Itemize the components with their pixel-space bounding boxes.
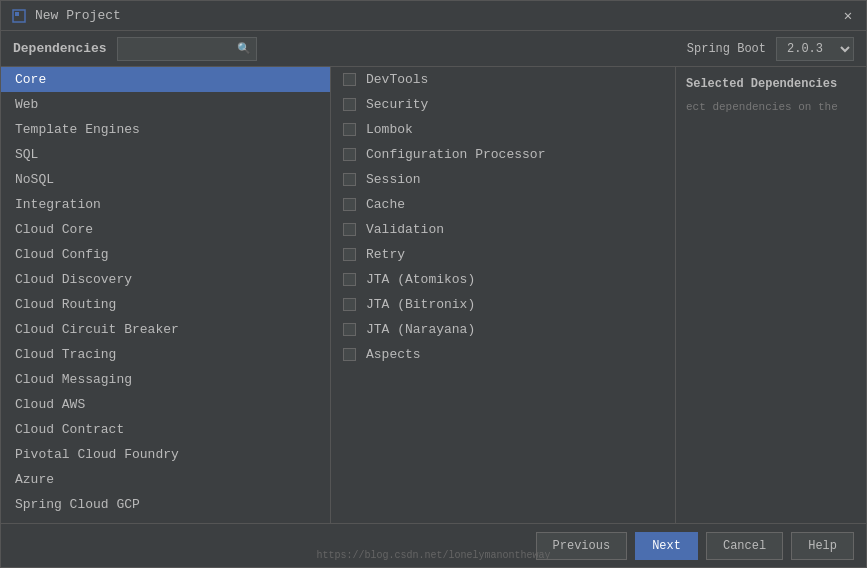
- svg-rect-1: [15, 12, 19, 16]
- dep-jta-narayana-label: JTA (Narayana): [366, 322, 475, 337]
- dep-security-checkbox[interactable]: [343, 98, 356, 111]
- search-icon: 🔍: [237, 42, 251, 55]
- dep-session-checkbox[interactable]: [343, 173, 356, 186]
- toolbar: Dependencies 🔍 Spring Boot 2.0.3 2.0.2 2…: [1, 31, 866, 67]
- dep-security-label: Security: [366, 97, 428, 112]
- spring-boot-label: Spring Boot: [687, 42, 766, 56]
- dep-jta-bitronix[interactable]: JTA (Bitronix): [331, 292, 675, 317]
- window-title: New Project: [35, 8, 121, 23]
- nav-item-template-engines[interactable]: Template Engines: [1, 117, 330, 142]
- dep-cache-checkbox[interactable]: [343, 198, 356, 211]
- dep-devtools[interactable]: DevTools: [331, 67, 675, 92]
- cancel-button[interactable]: Cancel: [706, 532, 783, 560]
- close-button[interactable]: ✕: [840, 8, 856, 24]
- nav-item-core[interactable]: Core: [1, 67, 330, 92]
- nav-item-cloud-messaging[interactable]: Cloud Messaging: [1, 367, 330, 392]
- dep-jta-atomikos-label: JTA (Atomikos): [366, 272, 475, 287]
- dependencies-panel: DevTools Security Lombok Configuration P…: [331, 67, 676, 523]
- next-button[interactable]: Next: [635, 532, 698, 560]
- help-button[interactable]: Help: [791, 532, 854, 560]
- dep-validation-checkbox[interactable]: [343, 223, 356, 236]
- title-bar: New Project ✕: [1, 1, 866, 31]
- nav-item-cloud-routing[interactable]: Cloud Routing: [1, 292, 330, 317]
- dep-configuration-processor-label: Configuration Processor: [366, 147, 545, 162]
- new-project-window: New Project ✕ Dependencies 🔍 Spring Boot…: [0, 0, 867, 568]
- dep-security[interactable]: Security: [331, 92, 675, 117]
- nav-item-cloud-core[interactable]: Cloud Core: [1, 217, 330, 242]
- dep-jta-atomikos[interactable]: JTA (Atomikos): [331, 267, 675, 292]
- dep-aspects-label: Aspects: [366, 347, 421, 362]
- dep-retry-label: Retry: [366, 247, 405, 262]
- dep-session[interactable]: Session: [331, 167, 675, 192]
- dep-jta-bitronix-checkbox[interactable]: [343, 298, 356, 311]
- nav-item-cloud-circuit-breaker[interactable]: Cloud Circuit Breaker: [1, 317, 330, 342]
- nav-item-web[interactable]: Web: [1, 92, 330, 117]
- left-nav-panel: Core Web Template Engines SQL NoSQL Inte…: [1, 67, 331, 523]
- dep-jta-narayana[interactable]: JTA (Narayana): [331, 317, 675, 342]
- dep-validation[interactable]: Validation: [331, 217, 675, 242]
- right-panel: Selected Dependencies ect dependencies o…: [676, 67, 866, 523]
- selected-dependencies-title: Selected Dependencies: [686, 77, 856, 91]
- dep-retry-checkbox[interactable]: [343, 248, 356, 261]
- nav-item-azure[interactable]: Azure: [1, 467, 330, 492]
- dep-cache[interactable]: Cache: [331, 192, 675, 217]
- nav-item-nosql[interactable]: NoSQL: [1, 167, 330, 192]
- dependencies-label: Dependencies: [13, 41, 107, 56]
- search-input[interactable]: [117, 37, 257, 61]
- dep-cache-label: Cache: [366, 197, 405, 212]
- selected-dependencies-hint: ect dependencies on the: [686, 99, 856, 116]
- dep-jta-atomikos-checkbox[interactable]: [343, 273, 356, 286]
- dep-configuration-processor[interactable]: Configuration Processor: [331, 142, 675, 167]
- nav-item-cloud-contract[interactable]: Cloud Contract: [1, 417, 330, 442]
- nav-item-sql[interactable]: SQL: [1, 142, 330, 167]
- watermark: https://blog.csdn.net/lonelymanontheway: [316, 550, 550, 561]
- nav-item-integration[interactable]: Integration: [1, 192, 330, 217]
- dep-jta-narayana-checkbox[interactable]: [343, 323, 356, 336]
- dep-devtools-label: DevTools: [366, 72, 428, 87]
- nav-item-spring-cloud-gcp[interactable]: Spring Cloud GCP: [1, 492, 330, 517]
- dep-validation-label: Validation: [366, 222, 444, 237]
- dep-lombok-checkbox[interactable]: [343, 123, 356, 136]
- nav-item-cloud-config[interactable]: Cloud Config: [1, 242, 330, 267]
- footer: Previous Next Cancel Help https://blog.c…: [1, 523, 866, 567]
- dep-configuration-processor-checkbox[interactable]: [343, 148, 356, 161]
- window-icon: [11, 8, 27, 24]
- nav-item-cloud-discovery[interactable]: Cloud Discovery: [1, 267, 330, 292]
- dep-jta-bitronix-label: JTA (Bitronix): [366, 297, 475, 312]
- dep-aspects[interactable]: Aspects: [331, 342, 675, 367]
- dep-aspects-checkbox[interactable]: [343, 348, 356, 361]
- spring-boot-version-select[interactable]: 2.0.3 2.0.2 2.0.1 1.5.14: [776, 37, 854, 61]
- nav-item-pivotal-cloud-foundry[interactable]: Pivotal Cloud Foundry: [1, 442, 330, 467]
- dep-devtools-checkbox[interactable]: [343, 73, 356, 86]
- dep-retry[interactable]: Retry: [331, 242, 675, 267]
- nav-item-cloud-aws[interactable]: Cloud AWS: [1, 392, 330, 417]
- dep-lombok[interactable]: Lombok: [331, 117, 675, 142]
- search-wrapper: 🔍: [117, 37, 257, 61]
- dep-lombok-label: Lombok: [366, 122, 413, 137]
- dep-session-label: Session: [366, 172, 421, 187]
- nav-item-cloud-tracing[interactable]: Cloud Tracing: [1, 342, 330, 367]
- main-content: Core Web Template Engines SQL NoSQL Inte…: [1, 67, 866, 523]
